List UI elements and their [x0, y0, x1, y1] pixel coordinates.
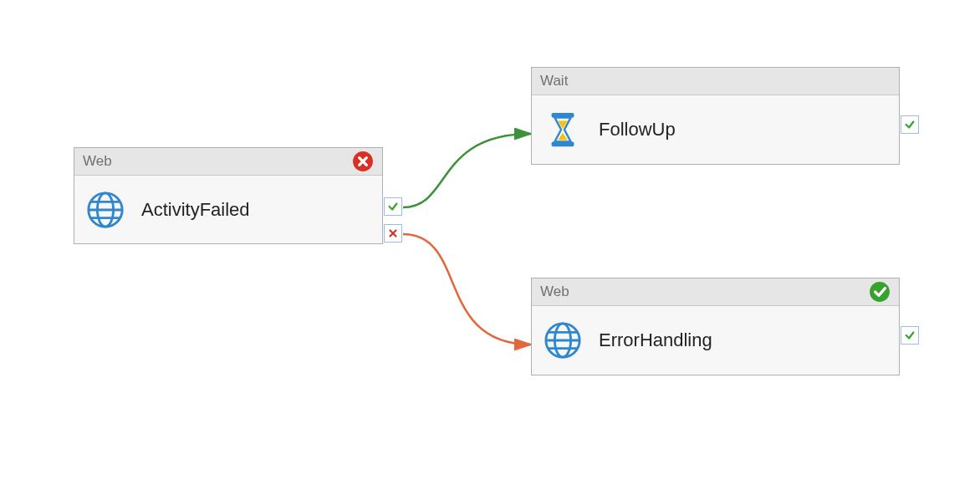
port-success[interactable] [901, 326, 919, 345]
node-title: FollowUp [599, 119, 676, 140]
node-activity-failed[interactable]: Web ActivityFailed [74, 147, 383, 244]
port-success[interactable] [384, 197, 402, 216]
node-type-label: Wait [540, 68, 568, 94]
port-failure[interactable] [384, 224, 402, 243]
node-follow-up[interactable]: Wait FollowUp [531, 67, 900, 165]
node-body: ErrorHandling [532, 306, 899, 375]
node-header: Wait [532, 68, 899, 95]
node-error-handling[interactable]: Web ErrorHandling [531, 278, 900, 375]
node-header: Web [74, 148, 382, 176]
error-icon [352, 151, 374, 172]
node-title: ErrorHandling [599, 329, 712, 351]
node-body: FollowUp [532, 95, 899, 164]
node-body: ActivityFailed [74, 176, 382, 244]
node-type-label: Web [83, 148, 112, 175]
port-success[interactable] [901, 115, 919, 134]
svg-point-8 [870, 282, 890, 302]
globe-icon [544, 321, 582, 360]
node-title: ActivityFailed [141, 199, 250, 221]
node-header: Web [532, 278, 899, 306]
node-type-label: Web [540, 278, 569, 305]
hourglass-icon [544, 110, 582, 149]
connector-failure [403, 234, 531, 345]
globe-icon [86, 191, 125, 229]
success-icon [869, 281, 891, 303]
connector-success [403, 134, 531, 207]
